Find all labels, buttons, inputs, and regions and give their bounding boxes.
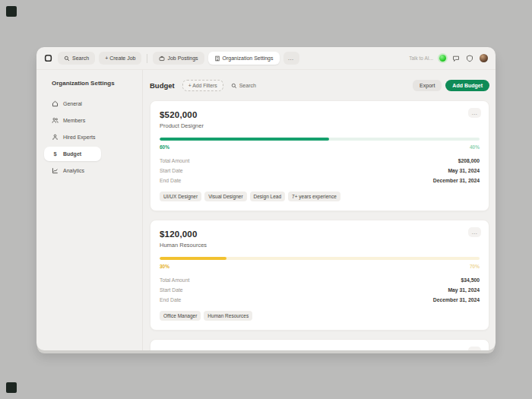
percent-remaining: 40% — [470, 144, 480, 150]
sidebar-item-budget[interactable]: $ Budget — [44, 147, 101, 161]
tag: Office Manager — [160, 311, 201, 321]
detail-value: May 31, 2024 — [448, 287, 480, 293]
topbar-right: Talk to AI... — [409, 54, 488, 62]
detail-label: Total Amount — [160, 277, 189, 283]
user-avatar[interactable] — [480, 54, 488, 62]
budget-progress-track — [160, 257, 480, 260]
talk-to-ai-label[interactable]: Talk to AI... — [409, 55, 433, 61]
building-icon — [214, 55, 220, 62]
sidebar-item-hired-experts[interactable]: Hired Experts — [44, 130, 103, 144]
tag: Design Lead — [250, 192, 286, 201]
percent-spent: 30% — [160, 264, 169, 269]
add-filters-button[interactable]: + Add Filters — [182, 80, 223, 91]
detail-label: End Date — [160, 178, 181, 183]
sidebar-item-analytics[interactable]: Analytics — [44, 163, 92, 178]
topbar-more-button[interactable]: … — [283, 52, 299, 65]
tag: 7+ years experience — [288, 192, 340, 201]
percent-spent: 60% — [160, 144, 169, 150]
detail-row: Total Amount $208,000 — [160, 158, 480, 163]
detail-row: End Date December 31, 2024 — [160, 178, 480, 183]
budget-details: Total Amount $208,000 Start Date May 31,… — [160, 158, 480, 183]
notifications-button[interactable] — [466, 55, 473, 62]
topbar-more-label: … — [288, 55, 295, 62]
budget-role: Product Designer — [160, 122, 480, 129]
card-menu-button[interactable]: … — [468, 347, 481, 350]
detail-row: Total Amount $34,500 — [160, 277, 480, 283]
detail-label: Start Date — [160, 287, 183, 293]
screen-corner-mark-bottom — [6, 382, 17, 393]
export-button[interactable]: Export — [413, 80, 442, 91]
detail-label: End Date — [160, 297, 181, 302]
budget-amount: $520,000 — [160, 110, 480, 119]
add-budget-button[interactable]: Add Budget — [445, 80, 489, 91]
detail-label: Total Amount — [160, 158, 189, 163]
tag: Visual Designer — [204, 192, 246, 201]
percent-row: 60% 40% — [160, 144, 480, 150]
detail-value: May 31, 2024 — [448, 168, 480, 173]
sidebar-item-label: General — [63, 101, 82, 106]
create-job-label: + Create Job — [105, 55, 135, 61]
person-icon — [52, 134, 59, 141]
sidebar-item-label: Hired Experts — [63, 135, 95, 140]
sidebar: Organization Settings General Members Hi… — [36, 70, 143, 350]
search-icon — [64, 55, 70, 62]
chat-button[interactable] — [452, 55, 460, 62]
content-search-label: Search — [239, 83, 256, 88]
app-logo-icon[interactable] — [44, 54, 52, 62]
organization-settings-label: Organization Settings — [223, 55, 274, 61]
analytics-icon — [52, 167, 59, 174]
budget-amount: $260,000 — [160, 349, 480, 350]
chat-bubble-icon — [452, 55, 460, 62]
budget-progress-track — [160, 138, 480, 141]
tag-list: UI/UX Designer Visual Designer Design Le… — [160, 192, 480, 201]
detail-value: December 31, 2024 — [433, 178, 480, 183]
main-content: Budget + Add Filters Search Export Add B… — [144, 70, 496, 350]
detail-value: $208,000 — [458, 158, 480, 163]
search-icon — [231, 83, 237, 89]
budget-details: Total Amount $34,500 Start Date May 31, … — [160, 277, 480, 302]
sidebar-title: Organization Settings — [52, 80, 142, 87]
content-search-button[interactable]: Search — [231, 83, 256, 89]
content-header: Budget + Add Filters Search Export Add B… — [144, 70, 496, 100]
sidebar-item-label: Analytics — [63, 168, 84, 173]
budget-card-brand-designer: $260,000 Brand Designer … — [150, 339, 489, 350]
dollar-icon: $ — [52, 150, 59, 157]
card-menu-button[interactable]: … — [468, 108, 481, 118]
search-button-label: Search — [72, 55, 89, 61]
budget-card-list: $520,000 Product Designer … 60% 40% Tota… — [144, 100, 496, 350]
percent-row: 30% 70% — [160, 264, 480, 269]
detail-value: $34,500 — [461, 277, 480, 283]
search-button[interactable]: Search — [58, 52, 95, 65]
organization-settings-tab[interactable]: Organization Settings — [208, 52, 280, 65]
percent-remaining: 70% — [470, 264, 480, 269]
topbar: Search + Create Job Job Postings Organiz… — [36, 47, 496, 70]
job-postings-label: Job Postings — [167, 55, 198, 61]
detail-row: End Date December 31, 2024 — [160, 297, 480, 302]
budget-amount: $120,000 — [160, 230, 480, 239]
budget-card-product-designer: $520,000 Product Designer … 60% 40% Tota… — [150, 100, 489, 211]
briefcase-icon — [159, 55, 165, 62]
app-window: Search + Create Job Job Postings Organiz… — [36, 47, 496, 350]
detail-row: Start Date May 31, 2024 — [160, 287, 480, 293]
ai-status-dot[interactable] — [439, 55, 446, 62]
members-icon — [52, 117, 59, 124]
sidebar-item-general[interactable]: General — [44, 97, 90, 111]
page-title: Budget — [150, 81, 175, 90]
budget-progress-fill — [160, 257, 226, 260]
detail-row: Start Date May 31, 2024 — [160, 168, 480, 173]
header-actions: Export Add Budget — [413, 80, 489, 91]
sidebar-item-label: Members — [63, 118, 85, 123]
tag: UI/UX Designer — [160, 192, 201, 201]
tag: Human Resources — [204, 311, 252, 321]
sidebar-item-label: Budget — [63, 151, 81, 157]
shield-icon — [466, 55, 473, 62]
budget-role: Human Resources — [160, 242, 480, 249]
topbar-divider — [147, 54, 147, 63]
home-icon — [52, 100, 59, 107]
budget-card-human-resources: $120,000 Human Resources … 30% 70% Total… — [150, 220, 489, 331]
create-job-button[interactable]: + Create Job — [99, 52, 141, 65]
card-menu-button[interactable]: … — [468, 227, 481, 237]
sidebar-item-members[interactable]: Members — [44, 113, 93, 128]
job-postings-tab[interactable]: Job Postings — [153, 52, 204, 65]
tag-list: Office Manager Human Resources — [160, 311, 480, 321]
